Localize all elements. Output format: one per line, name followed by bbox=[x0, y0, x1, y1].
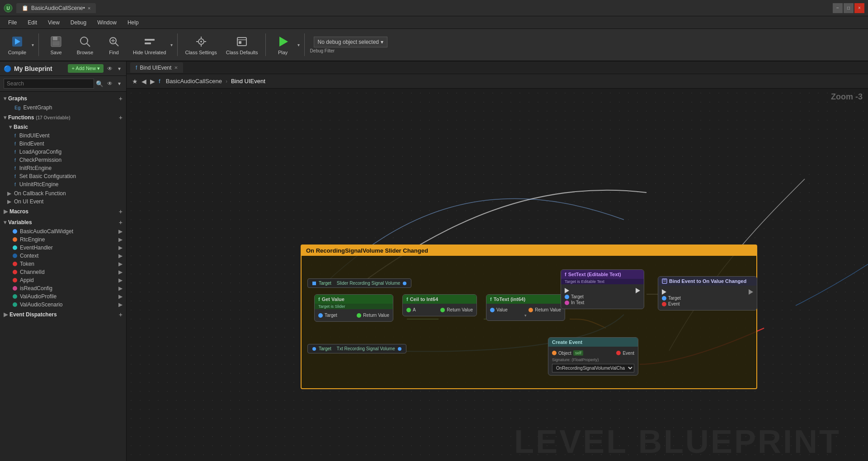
create-event-node[interactable]: Create Event Object self Event bbox=[548, 337, 638, 376]
titlebar-tab[interactable]: 📋 BasicAudioCallScene• × bbox=[16, 3, 96, 13]
sidebar-filter-btn[interactable]: ▾ bbox=[116, 64, 123, 73]
sidebar-item-eventhandler[interactable]: EventHandler ▶ bbox=[0, 244, 126, 252]
sidebar-item-appid[interactable]: Appid ▶ bbox=[0, 276, 126, 284]
ceil-int64-node[interactable]: f Ceil to Int64 A Return Value bbox=[402, 294, 477, 316]
slider-target-node[interactable]: Target Slider Recording Signal Volume bbox=[307, 278, 411, 288]
breadcrumb-forward[interactable]: ▶ bbox=[150, 78, 155, 85]
add-graph-btn[interactable]: + bbox=[119, 95, 123, 102]
tt-expand-btn[interactable]: ▾ bbox=[490, 313, 561, 318]
class-defaults-btn[interactable]: Class Defaults bbox=[222, 31, 262, 58]
sidebar-item-channelid[interactable]: ChannelId ▶ bbox=[0, 268, 126, 276]
menu-view[interactable]: View bbox=[43, 19, 64, 27]
functions-header[interactable]: ▾ Functions (17 Overridable) + bbox=[0, 113, 126, 122]
browse-btn[interactable]: Browse bbox=[71, 31, 99, 58]
sidebar-eye-btn[interactable]: 👁 bbox=[105, 64, 114, 73]
breadcrumb-back[interactable]: ◀ bbox=[142, 78, 146, 85]
tt-pin-row1: Value Return Value bbox=[490, 307, 561, 312]
sidebar-item-initrtcengine[interactable]: f InitRtcEngine bbox=[0, 164, 126, 172]
minimize-btn[interactable]: − bbox=[833, 3, 843, 13]
play-btn[interactable]: Play bbox=[269, 31, 297, 58]
active-tab[interactable]: f Bind UIEvent × bbox=[130, 62, 183, 73]
macros-header[interactable]: ▶ Macros + bbox=[0, 207, 126, 216]
sidebar-item-rtcengine[interactable]: RtcEngine ▶ bbox=[0, 235, 126, 244]
sidebar-item-uninitrtcengine[interactable]: f UnInitRtcEngine bbox=[0, 180, 126, 188]
menu-window[interactable]: Window bbox=[93, 19, 121, 27]
comment-node-title: On RecordingSignalVolume Slider Changed bbox=[302, 245, 756, 256]
add-new-btn[interactable]: + Add New ▾ bbox=[68, 64, 104, 73]
var-icon-3 bbox=[13, 245, 17, 250]
sidebar-item-basicaudiocallwidget[interactable]: BasicAudioCallWidget ▶ bbox=[0, 227, 126, 235]
be-exec-row bbox=[662, 289, 753, 295]
close-btn[interactable]: × bbox=[854, 3, 864, 13]
search-filter-btn[interactable]: ▾ bbox=[116, 80, 123, 88]
var3-arrow: ▶ bbox=[118, 245, 123, 251]
gv-target-pin bbox=[318, 313, 323, 318]
blueprint-canvas[interactable]: On RecordingSignalVolume Slider Changed … bbox=[127, 89, 868, 461]
menu-file[interactable]: File bbox=[4, 19, 21, 27]
tab-close[interactable]: × bbox=[174, 64, 178, 71]
search-btn[interactable]: 🔍 bbox=[96, 80, 104, 87]
sidebar-item-onuievent[interactable]: ▶ On UI Event bbox=[0, 198, 126, 206]
restore-btn[interactable]: □ bbox=[844, 3, 854, 13]
sidebar-item-checkpermission[interactable]: f CheckPermission bbox=[0, 156, 126, 164]
sidebar-item-loadagoraconfig[interactable]: f LoadAgoraConfig bbox=[0, 148, 126, 156]
func-icon-2: f bbox=[14, 141, 16, 146]
var-icon-1 bbox=[13, 229, 17, 234]
class-settings-label: Class Settings bbox=[185, 50, 217, 55]
ce-dropdown[interactable]: OnRecordingSignalVolumeValChanged(...) bbox=[552, 364, 634, 372]
var-icon-4 bbox=[13, 254, 17, 258]
txt-slider-node[interactable]: Target Txt Recording Signal Volume bbox=[307, 344, 406, 353]
basic-header[interactable]: ▾ Basic bbox=[0, 122, 126, 132]
sidebar-item-oncallback[interactable]: ▶ On Callback Function bbox=[0, 189, 126, 198]
totext-node[interactable]: f ToText (int64) Value Return Value bbox=[486, 294, 565, 321]
sidebar-item-valaudioscenario[interactable]: ValAudioScenario ▶ bbox=[0, 301, 126, 309]
add-ed-btn[interactable]: + bbox=[119, 311, 123, 318]
compile-arrow[interactable]: ▾ bbox=[31, 42, 35, 48]
var-icon-9 bbox=[13, 294, 17, 299]
tt-return-pin bbox=[528, 308, 533, 312]
st-exec-in bbox=[565, 288, 569, 293]
graphs-header[interactable]: ▾ Graphs + bbox=[0, 94, 126, 103]
event-dispatchers-header[interactable]: ▶ Event Dispatchers + bbox=[0, 310, 126, 320]
sidebar-item-binduievent[interactable]: f BindUIEvent bbox=[0, 132, 126, 140]
basic-toggle: ▾ bbox=[9, 124, 12, 130]
sidebar-item-isreadconfig[interactable]: isReadConfig ▶ bbox=[0, 284, 126, 292]
sep2 bbox=[177, 33, 178, 56]
find-btn[interactable]: Find bbox=[100, 31, 127, 58]
ed-label: Event Dispatchers bbox=[9, 311, 57, 318]
sidebar-item-context[interactable]: Context ▶ bbox=[0, 252, 126, 260]
play-arrow[interactable]: ▾ bbox=[297, 42, 301, 48]
breadcrumb-star[interactable]: ★ bbox=[132, 78, 138, 85]
get-value-node[interactable]: f Get Value Target is Slider Target Retu… bbox=[314, 294, 393, 322]
sidebar-item-setbasicconfig[interactable]: f Set Basic Configuration bbox=[0, 172, 126, 180]
save-label: Save bbox=[50, 50, 61, 55]
hide-unrelated-btn[interactable]: Hide Unrelated bbox=[129, 31, 170, 58]
menu-edit[interactable]: Edit bbox=[23, 19, 42, 27]
no-debug-selector[interactable]: No debug object selected ▾ bbox=[314, 37, 387, 47]
add-func-btn[interactable]: + bbox=[119, 114, 123, 121]
bind-event-node[interactable]: Bind Event to On Value Changed bbox=[658, 276, 757, 310]
functions-label: Functions bbox=[8, 114, 34, 121]
sidebar-item-eventgraph[interactable]: Eg EventGraph bbox=[0, 103, 126, 112]
search-eye-btn[interactable]: 👁 bbox=[105, 80, 114, 88]
variables-header[interactable]: ▾ Variables + bbox=[0, 217, 126, 227]
sidebar-item-token[interactable]: Token ▶ bbox=[0, 260, 126, 268]
menu-debug[interactable]: Debug bbox=[66, 19, 91, 27]
class-settings-btn[interactable]: Class Settings bbox=[181, 31, 220, 58]
save-btn[interactable]: Save bbox=[42, 31, 70, 58]
menu-help[interactable]: Help bbox=[123, 19, 143, 27]
be-exec-in bbox=[662, 289, 666, 295]
var2-label: RtcEngine bbox=[20, 236, 45, 243]
functions-toggle: ▾ bbox=[4, 114, 6, 121]
add-macro-btn[interactable]: + bbox=[119, 208, 123, 215]
sidebar-item-valaudioprofile[interactable]: ValAudioProfile ▶ bbox=[0, 292, 126, 301]
settext-node[interactable]: f SetText (Editable Text) Target is Edit… bbox=[561, 269, 644, 309]
search-input[interactable] bbox=[4, 79, 94, 89]
compile-btn[interactable]: Compile bbox=[4, 31, 31, 58]
ceil-a-pin bbox=[406, 308, 411, 312]
tab-close-btn[interactable]: × bbox=[88, 5, 90, 11]
add-var-btn[interactable]: + bbox=[119, 219, 123, 226]
hide-unrelated-arrow[interactable]: ▾ bbox=[170, 42, 174, 48]
graphs-section: ▾ Graphs + Eg EventGraph bbox=[0, 94, 126, 112]
sidebar-item-bindevent[interactable]: f BindEvent bbox=[0, 140, 126, 148]
